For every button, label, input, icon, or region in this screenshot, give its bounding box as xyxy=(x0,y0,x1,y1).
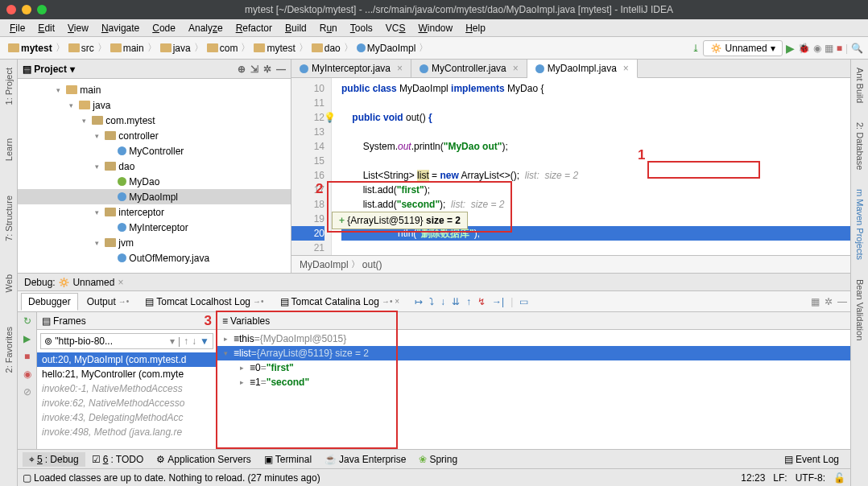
close-icon[interactable]: × xyxy=(118,277,123,288)
tree-item-outofmemory-java[interactable]: OutOfMemory.java xyxy=(18,250,291,266)
tree-item-mycontroller[interactable]: MyController xyxy=(18,143,291,159)
menu-navigate[interactable]: Navigate xyxy=(95,21,146,35)
stack-frame[interactable]: invoke:498, Method (java.lang.re xyxy=(37,425,217,439)
project-tree[interactable]: ▾ main▾ java▾ com.mytest▾ controller MyC… xyxy=(18,79,291,273)
breadcrumb-item[interactable]: dao xyxy=(308,43,344,54)
variable-row[interactable]: ▸ ≡ 1 = "second" xyxy=(217,375,850,389)
thread-selector[interactable]: ⊚ "http-bio-80... ▾ | ↑ ↓ ▼ xyxy=(40,333,213,349)
step-over-icon[interactable]: ⤵ xyxy=(429,296,434,307)
editor-tab[interactable]: MyInterceptor.java× xyxy=(291,60,411,77)
chevron-down-icon[interactable]: ▾ xyxy=(70,64,75,75)
menu-analyze[interactable]: Analyze xyxy=(182,21,229,35)
tree-item-mydao[interactable]: MyDao xyxy=(18,174,291,189)
menu-vcs[interactable]: VCS xyxy=(379,21,412,35)
search-icon[interactable]: 🔍 xyxy=(851,43,863,54)
tree-item-myinterceptor[interactable]: MyInterceptor xyxy=(18,220,291,235)
editor-body[interactable]: 101112 💡1314151617181920 21 public class… xyxy=(291,78,850,255)
profile-button[interactable]: ▦ xyxy=(825,43,833,54)
menu-view[interactable]: View xyxy=(61,21,95,35)
debug-button[interactable]: 🐞 xyxy=(798,43,810,54)
caret-position[interactable]: 12:23 xyxy=(741,472,765,484)
event-log-button[interactable]: ▤Event Log xyxy=(778,452,845,467)
menu-edit[interactable]: Edit xyxy=(31,21,61,35)
stack-frame[interactable]: invoke:43, DelegatingMethodAcc xyxy=(37,410,217,425)
drop-frame-icon[interactable]: ↯ xyxy=(477,296,486,307)
bottom-tab-debug[interactable]: ⌖5: Debug xyxy=(23,452,85,467)
maven-tab[interactable]: m Maven Projects xyxy=(854,184,866,265)
run-button[interactable]: ▶ xyxy=(786,42,795,55)
gear-icon[interactable]: ✲ xyxy=(263,64,271,75)
learn-tool-tab[interactable]: Learn xyxy=(2,134,15,166)
variable-row[interactable]: ▸ ≡ 0 = "first" xyxy=(217,360,850,375)
frames-list[interactable]: out:20, MyDaoImpl (com.mytest.dhello:21,… xyxy=(37,352,217,449)
close-icon[interactable]: × xyxy=(513,63,519,74)
catalina-log-tab[interactable]: ▤Tomcat Catalina Log→• × xyxy=(273,293,407,311)
stop-button[interactable]: ■ xyxy=(837,43,842,54)
database-tab[interactable]: 2: Database xyxy=(854,117,866,175)
menu-refactor[interactable]: Refactor xyxy=(229,21,279,35)
stack-frame[interactable]: invoke:62, NativeMethodAccesso xyxy=(37,396,217,410)
server-log-tab[interactable]: ▤Tomcat Localhost Log→• xyxy=(138,293,271,311)
tree-toggle-icon[interactable]: ▾ xyxy=(69,101,77,109)
menu-tools[interactable]: Tools xyxy=(344,21,379,35)
breadcrumb-root[interactable]: mytest xyxy=(5,43,56,54)
build-icon[interactable]: ⤓ xyxy=(692,43,700,54)
breadcrumb-item[interactable]: mytest xyxy=(250,43,298,54)
ant-build-tab[interactable]: Ant Build xyxy=(854,63,866,108)
breadcrumb-item[interactable]: src xyxy=(65,43,97,54)
resume-icon[interactable]: ▶ xyxy=(23,333,31,344)
maximize-window-icon[interactable] xyxy=(37,5,47,14)
stack-frame[interactable]: out:20, MyDaoImpl (com.mytest.d xyxy=(37,352,217,367)
lock-icon[interactable]: 🔓 xyxy=(833,472,845,484)
layout-icon[interactable]: ▦ xyxy=(811,296,820,307)
gear-icon[interactable]: ✲ xyxy=(825,296,833,307)
close-icon[interactable]: × xyxy=(623,63,629,74)
tree-item-jvm[interactable]: ▾ jvm xyxy=(18,235,291,250)
hide-icon[interactable]: — xyxy=(837,296,847,307)
bottom-tab-spring[interactable]: ❀Spring xyxy=(412,452,464,467)
menu-window[interactable]: Window xyxy=(411,21,459,35)
stack-frame[interactable]: hello:21, MyController (com.myte xyxy=(37,367,217,381)
bottom-tab-terminal[interactable]: ▣Terminal xyxy=(258,452,318,467)
tree-toggle-icon[interactable]: ▸ xyxy=(240,364,248,372)
tree-item-mydaoimpl[interactable]: MyDaoImpl xyxy=(18,189,291,204)
breadcrumb-class[interactable]: MyDaoImpl xyxy=(353,43,420,54)
tree-item-dao[interactable]: ▾ dao xyxy=(18,159,291,174)
force-step-into-icon[interactable]: ⇊ xyxy=(452,296,460,307)
filter-icon[interactable]: ▼ xyxy=(200,336,209,347)
run-config-selector[interactable]: 🔅 Unnamed ▾ xyxy=(703,40,783,56)
close-icon[interactable]: × xyxy=(397,63,403,74)
close-window-icon[interactable] xyxy=(6,5,16,14)
tree-item-com-mytest[interactable]: ▾ com.mytest xyxy=(18,113,291,128)
tree-toggle-icon[interactable]: ▸ xyxy=(224,335,232,343)
step-into-icon[interactable]: ↓ xyxy=(440,296,445,307)
breakpoints-icon[interactable]: ◉ xyxy=(23,369,31,380)
bottom-tab-todo[interactable]: ☑6: TODO xyxy=(85,452,151,467)
hide-icon[interactable]: — xyxy=(276,64,286,75)
coverage-button[interactable]: ◉ xyxy=(813,43,821,54)
tree-item-java[interactable]: ▾ java xyxy=(18,97,291,113)
status-icon[interactable]: ▢ xyxy=(23,472,31,484)
crumb-class[interactable]: MyDaoImpl xyxy=(300,259,349,270)
stack-frame[interactable]: invoke0:-1, NativeMethodAccess xyxy=(37,381,217,396)
chevron-down-icon[interactable]: ▾ xyxy=(170,336,175,347)
bottom-tab-appservers[interactable]: ⚙Application Servers xyxy=(150,452,257,467)
tree-toggle-icon[interactable]: ▸ xyxy=(240,378,248,386)
crumb-method[interactable]: out() xyxy=(362,259,382,270)
tree-item-controller[interactable]: ▾ controller xyxy=(18,128,291,143)
rerun-icon[interactable]: ↻ xyxy=(23,315,31,327)
collapse-icon[interactable]: ⇲ xyxy=(250,64,258,75)
bean-validation-tab[interactable]: Bean Validation xyxy=(854,274,866,345)
gutter[interactable]: 101112 💡1314151617181920 21 xyxy=(291,78,332,255)
evaluate-icon[interactable]: ▭ xyxy=(519,296,528,307)
breadcrumb-item[interactable]: main xyxy=(107,43,147,54)
tree-toggle-icon[interactable]: ▾ xyxy=(95,239,103,247)
stop-icon[interactable]: ■ xyxy=(24,351,30,362)
project-tool-tab[interactable]: 1: Project xyxy=(2,63,15,109)
console-tab[interactable]: Output→• xyxy=(80,293,137,311)
breadcrumb-item[interactable]: java xyxy=(157,43,194,54)
variables-list[interactable]: ▸ ≡ this = {MyDaoImpl@5015}▾ ≡ list = {A… xyxy=(217,330,850,449)
tree-toggle-icon[interactable]: ▾ xyxy=(82,117,90,125)
tree-toggle-icon[interactable]: ▾ xyxy=(95,208,103,216)
prev-frame-icon[interactable]: ↑ xyxy=(184,336,188,347)
